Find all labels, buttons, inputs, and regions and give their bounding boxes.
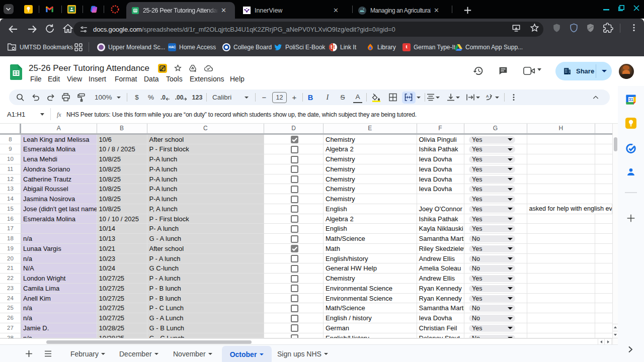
svg-text:fx: fx: [57, 111, 61, 118]
svg-text:A: A: [486, 94, 489, 99]
svg-text:31: 31: [628, 98, 633, 102]
